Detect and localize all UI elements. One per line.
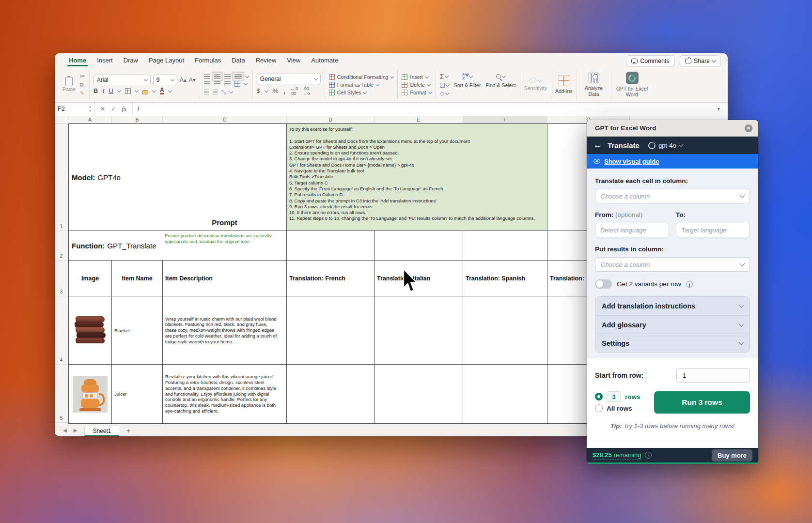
cell-e5[interactable] (375, 365, 463, 424)
to-language-input[interactable] (676, 223, 750, 237)
tab-view[interactable]: View (281, 53, 306, 68)
cell-a3-header[interactable]: Image (68, 261, 112, 296)
fill-color-icon[interactable] (142, 90, 148, 94)
name-box-spinner[interactable]: ▲▼ (89, 105, 92, 113)
all-rows-radio[interactable] (595, 404, 603, 412)
insert-cells-button[interactable]: Insert (402, 74, 431, 80)
cell-c2-translation-prompt[interactable]: Ensure product description translations … (163, 231, 287, 261)
run-rows-button[interactable]: Run 3 rows (654, 391, 750, 414)
cell-d4[interactable] (287, 296, 375, 365)
tab-formulas[interactable]: Formulas (189, 53, 226, 68)
back-arrow-icon[interactable]: ← (593, 140, 602, 150)
rows-count-input[interactable]: 3 (607, 391, 621, 402)
tab-data[interactable]: Data (226, 53, 250, 68)
cell-b3-header[interactable]: Item Name (112, 261, 163, 296)
confirm-entry-icon[interactable]: ✓ (111, 106, 116, 112)
bold-button[interactable]: B (94, 87, 98, 94)
cell-e2[interactable] (375, 231, 463, 261)
analyze-data-button[interactable]: Analyze Data (581, 73, 607, 97)
align-center-icon[interactable] (214, 81, 220, 86)
delete-cells-button[interactable]: Delete (402, 82, 431, 88)
results-column-select[interactable]: Choose a column (595, 257, 750, 272)
row-header-3[interactable]: 3 (55, 261, 68, 296)
gpt-for-excel-button[interactable]: GPT for Excel Word (615, 72, 649, 97)
accordion-add-translation-instructions[interactable]: Add translation instructions (595, 297, 750, 315)
cell-c1-prompt-header[interactable]: Prompt (163, 123, 287, 231)
prev-sheet-icon[interactable]: ◀ (60, 428, 70, 433)
cell-a5-juicer-image[interactable] (68, 365, 112, 424)
col-header-f[interactable]: F (463, 116, 547, 123)
accordion-settings[interactable]: Settings (595, 334, 750, 352)
number-format-select[interactable]: General (257, 74, 321, 84)
formula-bar-expand-icon[interactable]: ▼ (717, 107, 728, 111)
cell-a2-function[interactable]: Function:GPT_Translate (68, 231, 163, 261)
format-cells-button[interactable]: Format (402, 90, 431, 95)
font-name-select[interactable]: Arial (94, 75, 151, 85)
cut-icon[interactable]: ✂ (80, 73, 85, 80)
cell-styles-button[interactable]: Cell Styles (329, 90, 394, 95)
paste-button[interactable]: Paste (62, 77, 76, 92)
font-color-icon[interactable]: A (160, 87, 164, 94)
model-selector[interactable]: gpt-4o (648, 142, 683, 149)
add-sheet-icon[interactable]: + (119, 426, 137, 434)
row-header-5[interactable]: 5 (55, 365, 68, 423)
cancel-entry-icon[interactable]: ✕ (100, 106, 105, 112)
comma-icon[interactable]: , (283, 87, 285, 95)
tab-page-layout[interactable]: Page Layout (143, 53, 189, 68)
tab-review[interactable]: Review (250, 53, 282, 68)
cell-c3-header[interactable]: Item Description (163, 261, 287, 296)
show-visual-guide-banner[interactable]: Show visual guide (587, 154, 758, 169)
format-as-table-button[interactable]: Format as Table (329, 82, 394, 88)
font-size-select[interactable]: 9 (153, 75, 177, 85)
from-language-input[interactable] (595, 223, 669, 237)
align-left-icon[interactable] (204, 81, 210, 86)
cell-f5[interactable] (463, 365, 547, 424)
conditional-formatting-button[interactable]: Conditional Formatting (329, 74, 394, 80)
sort-filter-button[interactable]: AZ Sort & Filter (454, 73, 481, 88)
sensitivity-button[interactable]: Sensitivity (524, 78, 547, 91)
borders-icon[interactable] (125, 88, 131, 94)
cell-d3-header[interactable]: Translation: French (287, 261, 375, 296)
increase-font-icon[interactable]: A▴ (180, 77, 187, 83)
cell-f4[interactable] (463, 296, 547, 365)
formula-input[interactable]: / (133, 106, 717, 112)
decrease-indent-icon[interactable] (204, 90, 209, 94)
row-header-1[interactable]: 1 (55, 123, 68, 231)
info-icon[interactable]: i (686, 281, 693, 288)
tab-automate[interactable]: Automate (306, 53, 344, 68)
accordion-add-glossary[interactable]: Add glossary (595, 315, 750, 334)
cell-d5[interactable] (287, 365, 375, 424)
align-bottom-icon[interactable] (224, 74, 231, 79)
percent-icon[interactable]: % (273, 87, 279, 94)
col-header-c[interactable]: C (163, 116, 287, 123)
cell-f3-header[interactable]: Translation: Spanish (463, 261, 547, 296)
find-select-button[interactable]: Find & Select (485, 73, 515, 88)
cell-b5-item-name[interactable]: Juicer (112, 365, 163, 424)
cell-d1-instructions[interactable]: To try this exercise for yourself: 1. St… (287, 123, 547, 231)
cell-d2[interactable] (287, 231, 375, 261)
increase-decimal-icon[interactable]: ←.0.00 (290, 86, 298, 96)
decrease-decimal-icon[interactable]: .00→0 (303, 86, 310, 96)
row-header-4[interactable]: 4 (55, 296, 68, 365)
col-header-b[interactable]: B (112, 116, 163, 123)
comments-button[interactable]: Comments (626, 55, 674, 66)
buy-more-button[interactable]: Buy more (712, 449, 752, 461)
start-row-input[interactable] (676, 368, 750, 383)
italic-button[interactable]: I (102, 87, 104, 95)
col-header-d[interactable]: D (287, 116, 375, 123)
align-right-icon[interactable] (224, 81, 231, 86)
cell-f2-selected[interactable] (463, 231, 547, 261)
next-sheet-icon[interactable]: ▶ (70, 428, 81, 433)
cell-c4-item-description[interactable]: Wrap yourself in rustic charm with our p… (163, 296, 287, 365)
currency-icon[interactable]: $ (257, 87, 260, 94)
wrap-text-icon[interactable] (234, 74, 242, 79)
cell-c5-item-description[interactable]: Revitalize your kitchen with this vibran… (163, 365, 287, 424)
row-header-2[interactable]: 2 (55, 231, 68, 261)
cell-b4-item-name[interactable]: Blanket (112, 296, 163, 365)
select-all-corner[interactable] (55, 116, 68, 123)
decrease-font-icon[interactable]: A▾ (189, 77, 196, 83)
autosum-icon[interactable]: Σ (440, 73, 444, 80)
variants-toggle[interactable] (595, 279, 612, 289)
align-middle-icon[interactable] (214, 74, 220, 79)
translate-column-select[interactable]: Choose a column (595, 189, 750, 203)
